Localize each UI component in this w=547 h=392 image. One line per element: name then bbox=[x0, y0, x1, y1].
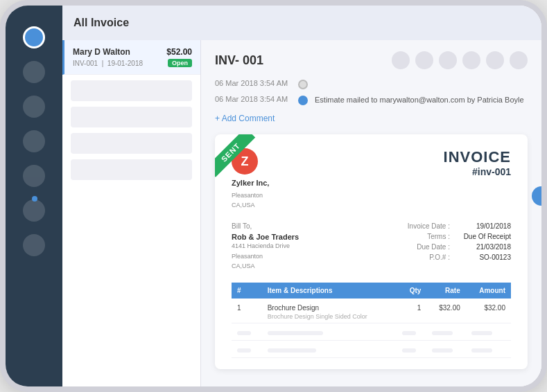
invoice-date-value: 19/01/2018 bbox=[455, 222, 511, 230]
invoice-table: # Item & Descriptions Qty Rate Amount 1 bbox=[232, 283, 511, 358]
invoice-meta: INV-001 | 19-01-2018 Open bbox=[73, 59, 192, 67]
tablet-frame: All Invoice Mary D Walton $52.00 INV-001… bbox=[0, 0, 547, 392]
item-description: Brochure Design Single Sided Color bbox=[268, 313, 391, 320]
timeline-dot-2 bbox=[298, 96, 308, 105]
timeline-time-1: 06 Mar 2018 3:54 AM bbox=[215, 79, 291, 87]
ph-1a bbox=[237, 331, 251, 335]
placeholder-item-4 bbox=[71, 159, 192, 180]
ph-2d bbox=[432, 348, 453, 353]
content-split: Mary D Walton $52.00 INV-001 | 19-01-201… bbox=[62, 40, 541, 386]
table-header-row: # Item & Descriptions Qty Rate Amount bbox=[232, 283, 511, 299]
col-num: # bbox=[232, 283, 262, 299]
right-nav-dot[interactable] bbox=[532, 186, 547, 206]
bill-to-section: Bill To, Rob & Joe Traders 4141 Hacienda… bbox=[232, 222, 299, 271]
row-amount: $32.00 bbox=[466, 299, 511, 323]
terms-value: Due Of Receipt bbox=[455, 233, 511, 240]
sidebar-dot-3[interactable] bbox=[23, 96, 45, 118]
sidebar-dot-4[interactable] bbox=[23, 130, 45, 152]
page-title: All Invoice bbox=[73, 17, 129, 29]
ph-2b bbox=[268, 348, 316, 353]
timeline-item-2: 06 Mar 2018 3:54 AM Estimate mailed to m… bbox=[215, 95, 528, 105]
detail-invoice-id: INV- 001 bbox=[215, 53, 263, 68]
col-item: Item & Descriptions bbox=[262, 283, 397, 299]
invoice-meta-table: Invoice Date : 19/01/2018 Terms : Due Of… bbox=[394, 222, 511, 271]
invoice-number: #inv-001 bbox=[444, 166, 511, 177]
left-nav-indicator bbox=[32, 196, 37, 202]
due-date-value: 21/03/2018 bbox=[455, 243, 511, 251]
ph-1d bbox=[432, 331, 453, 335]
sent-ribbon: SENT bbox=[215, 134, 270, 190]
invoice-detail: INV- 001 06 Mar 2018 3:54 AM bbox=[201, 40, 541, 386]
main-area: All Invoice Mary D Walton $52.00 INV-001… bbox=[62, 6, 541, 386]
detail-actions bbox=[392, 51, 528, 69]
sidebar-dot-7[interactable] bbox=[23, 234, 45, 256]
meta-row-date: Invoice Date : 19/01/2018 bbox=[394, 222, 511, 230]
sidebar-dot-6[interactable] bbox=[23, 199, 45, 222]
action-btn-2[interactable] bbox=[415, 51, 433, 69]
invoice-list-item-selected[interactable]: Mary D Walton $52.00 INV-001 | 19-01-201… bbox=[62, 40, 200, 75]
bill-to-label: Bill To, bbox=[232, 222, 299, 230]
timeline: 06 Mar 2018 3:54 AM 06 Mar 2018 3:54 AM … bbox=[215, 79, 528, 105]
po-label: P.O.# : bbox=[394, 253, 450, 261]
ph-1b bbox=[268, 331, 323, 335]
timeline-text-2: Estimate mailed to marywalton@walton.com… bbox=[315, 95, 524, 105]
terms-label: Terms : bbox=[394, 233, 450, 240]
meta-row-terms: Terms : Due Of Receipt bbox=[394, 233, 511, 240]
placeholder-item-2 bbox=[71, 107, 192, 127]
ph-1c bbox=[402, 331, 416, 335]
placeholder-item-3 bbox=[71, 133, 192, 154]
row-qty: 1 bbox=[397, 299, 427, 323]
ph-1e bbox=[471, 331, 492, 335]
client-name: Rob & Joe Traders bbox=[232, 233, 299, 241]
due-date-label: Due Date : bbox=[394, 243, 450, 251]
add-comment-link[interactable]: + Add Comment bbox=[215, 114, 528, 123]
client-address: 4141 Hacienda Drive Pleasanton CA,USA bbox=[232, 241, 299, 271]
invoice-list: Mary D Walton $52.00 INV-001 | 19-01-201… bbox=[62, 40, 201, 386]
item-name: Brochure Design bbox=[268, 304, 391, 312]
col-rate: Rate bbox=[426, 283, 465, 299]
doc-header: Z Zylker Inc, Pleasanton CA,USA INVOICE … bbox=[232, 148, 511, 210]
action-btn-3[interactable] bbox=[439, 51, 457, 69]
invoice-document: SENT Z Zylker Inc, Pleasanton CA,USA bbox=[215, 134, 528, 368]
doc-info: Bill To, Rob & Joe Traders 4141 Hacienda… bbox=[232, 222, 511, 271]
invoice-client-name: Mary D Walton $52.00 bbox=[73, 47, 192, 57]
ph-2c bbox=[402, 348, 416, 353]
action-btn-1[interactable] bbox=[392, 51, 410, 69]
status-badge: Open bbox=[168, 59, 192, 67]
row-num: 1 bbox=[232, 299, 262, 323]
table-row-placeholder-1 bbox=[232, 323, 511, 340]
invoice-word: INVOICE bbox=[444, 148, 511, 166]
ph-2e bbox=[471, 348, 492, 353]
meta-row-po: P.O.# : SO-00123 bbox=[394, 253, 511, 261]
table-row-placeholder-2 bbox=[232, 340, 511, 357]
sidebar-dot-2[interactable] bbox=[23, 61, 45, 83]
timeline-dot-1 bbox=[298, 80, 308, 89]
sidebar-dot-5[interactable] bbox=[23, 165, 45, 187]
invoice-title-block: INVOICE #inv-001 bbox=[444, 148, 511, 177]
po-value: SO-00123 bbox=[455, 253, 511, 261]
timeline-time-2: 06 Mar 2018 3:54 AM bbox=[215, 95, 291, 103]
detail-header: INV- 001 bbox=[215, 51, 528, 69]
ph-2a bbox=[237, 348, 251, 353]
placeholder-item-1 bbox=[71, 80, 192, 101]
col-amount: Amount bbox=[466, 283, 511, 299]
invoice-id-date: INV-001 | 19-01-2018 bbox=[73, 60, 143, 67]
col-qty: Qty bbox=[397, 283, 427, 299]
table-row: 1 Brochure Design Brochure Design Single… bbox=[232, 299, 511, 323]
action-btn-6[interactable] bbox=[510, 51, 528, 69]
sidebar-dot-1[interactable] bbox=[23, 26, 45, 48]
meta-row-due: Due Date : 21/03/2018 bbox=[394, 243, 511, 251]
top-bar: All Invoice bbox=[62, 6, 541, 40]
sent-ribbon-label: SENT bbox=[215, 134, 256, 177]
action-btn-5[interactable] bbox=[486, 51, 504, 69]
action-btn-4[interactable] bbox=[462, 51, 480, 69]
invoice-date-label: Invoice Date : bbox=[394, 222, 450, 230]
timeline-item-1: 06 Mar 2018 3:54 AM bbox=[215, 79, 528, 89]
row-rate: $32.00 bbox=[426, 299, 465, 323]
row-item: Brochure Design Brochure Design Single S… bbox=[262, 299, 397, 323]
company-address: Pleasanton CA,USA bbox=[232, 191, 269, 210]
